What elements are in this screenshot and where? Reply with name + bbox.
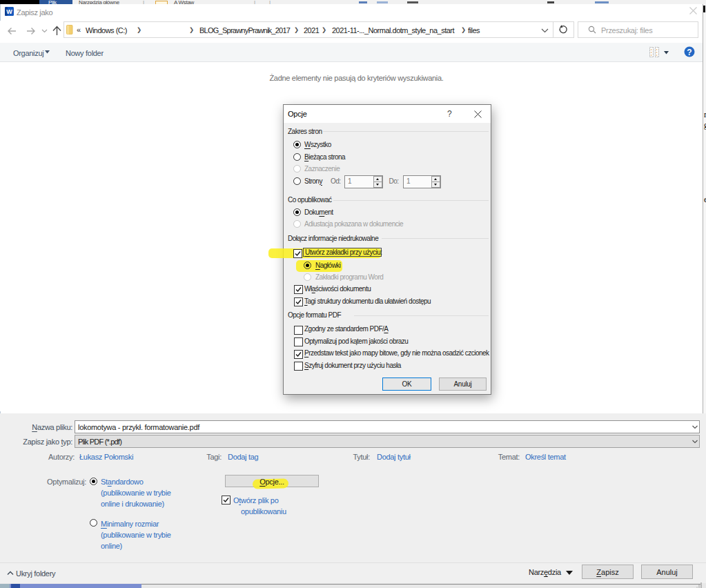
svg-text:?: ? [687, 48, 692, 57]
svg-text:W: W [6, 8, 12, 15]
